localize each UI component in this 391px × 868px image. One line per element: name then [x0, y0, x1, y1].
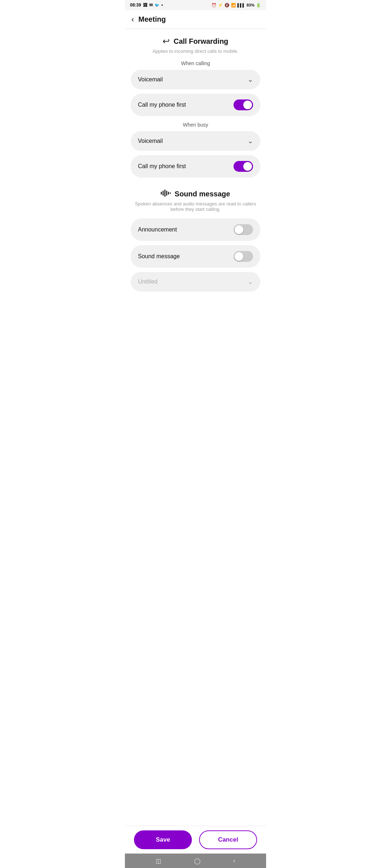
sound-message-toggle[interactable] [234, 251, 253, 262]
voicemail-dropdown-2[interactable]: Voicemail ⌄ [131, 131, 260, 151]
announcement-row: Announcement [131, 218, 260, 241]
dot-icon: • [161, 3, 163, 8]
sound-message-desc: Spoken absences and audio messages are r… [131, 201, 260, 212]
mail-icon: ✉ [149, 3, 153, 8]
twitter-icon: 🐦 [155, 3, 160, 8]
svg-rect-2 [164, 190, 165, 197]
alarm-icon: ⏰ [211, 3, 216, 8]
call-phone-first-toggle-2[interactable] [234, 161, 253, 172]
call-forwarding-section: ↪ Call Forwarding Applies to incoming di… [131, 36, 260, 178]
bluetooth-icon: ⚡ [218, 3, 223, 8]
call-forwarding-title: Call Forwarding [173, 37, 228, 46]
call-forwarding-header: ↪ Call Forwarding [131, 36, 260, 46]
photo-icon: 🖼 [143, 3, 147, 8]
untitled-dropdown[interactable]: Untitled ⌄ [131, 272, 260, 292]
announcement-toggle[interactable] [234, 224, 253, 235]
status-right: ⏰ ⚡ 🔇 📶 ▌▌▌ 83% 🔋 [211, 3, 261, 8]
sound-wave-icon [161, 189, 171, 199]
call-forwarding-icon: ↪ [163, 36, 170, 46]
status-left: 08:39 🖼 ✉ 🐦 • [130, 3, 163, 8]
content-area: ↪ Call Forwarding Applies to incoming di… [125, 29, 266, 332]
when-calling-label: When calling [131, 60, 260, 66]
sound-message-header: Sound message [131, 189, 260, 199]
call-forwarding-desc: Applies to incoming direct calls to mobi… [131, 48, 260, 54]
sound-message-section: Sound message Spoken absences and audio … [131, 189, 260, 292]
signal-icon: ▌▌▌ [237, 3, 245, 7]
top-nav: ‹ Meeting [125, 10, 266, 29]
section-gap [131, 182, 260, 189]
status-time: 08:39 [130, 3, 141, 8]
back-button[interactable]: ‹ [129, 14, 137, 25]
call-phone-first-toggle-1[interactable] [234, 99, 253, 110]
voicemail-1-label: Voicemail [138, 76, 163, 83]
toggle-knob-3 [235, 225, 243, 234]
chevron-down-icon-3: ⌄ [248, 278, 253, 286]
announcement-label: Announcement [138, 226, 177, 233]
page-title: Meeting [138, 15, 166, 24]
svg-rect-1 [163, 191, 164, 196]
untitled-label: Untitled [138, 278, 157, 285]
when-busy-label: When busy [131, 122, 260, 128]
svg-rect-0 [161, 192, 162, 195]
sound-message-title: Sound message [175, 190, 230, 198]
chevron-down-icon-1: ⌄ [248, 76, 253, 84]
mute-icon: 🔇 [224, 3, 230, 8]
toggle-knob-4 [235, 252, 243, 261]
sound-message-label: Sound message [138, 253, 180, 260]
voicemail-dropdown-1[interactable]: Voicemail ⌄ [131, 70, 260, 89]
chevron-down-icon-2: ⌄ [248, 137, 253, 145]
toggle-knob-1 [243, 101, 252, 109]
battery-icon: 🔋 [256, 3, 261, 8]
svg-rect-4 [168, 192, 169, 195]
svg-rect-3 [166, 191, 167, 196]
wifi-icon: 📶 [231, 3, 236, 8]
call-phone-first-label-1: Call my phone first [138, 102, 186, 108]
call-phone-first-row-2: Call my phone first [131, 155, 260, 178]
battery-text: 83% [247, 3, 255, 7]
sound-message-row: Sound message [131, 245, 260, 268]
call-phone-first-label-2: Call my phone first [138, 163, 186, 170]
status-bar: 08:39 🖼 ✉ 🐦 • ⏰ ⚡ 🔇 📶 ▌▌▌ 83% 🔋 [125, 0, 266, 10]
toggle-knob-2 [243, 162, 252, 171]
voicemail-2-label: Voicemail [138, 138, 163, 144]
call-phone-first-row-1: Call my phone first [131, 94, 260, 116]
svg-rect-5 [170, 192, 171, 194]
